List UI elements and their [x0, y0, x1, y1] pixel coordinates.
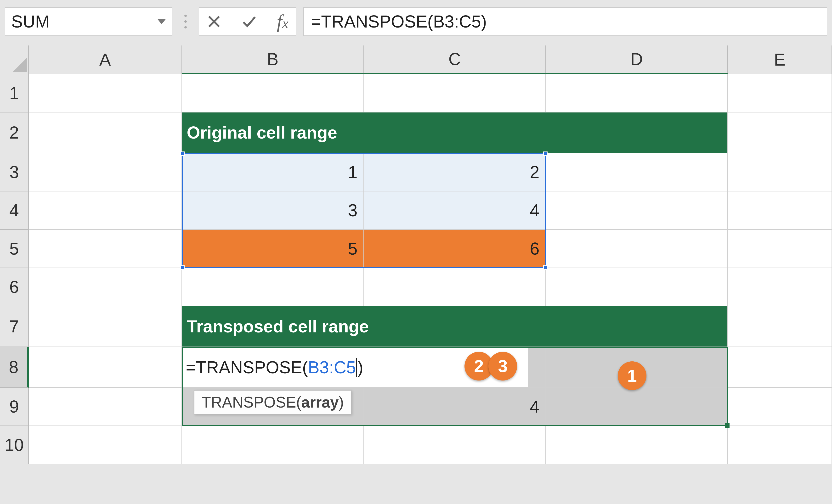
cell-B10[interactable]	[182, 426, 364, 464]
col-header-E[interactable]: E	[728, 46, 832, 74]
cell-B4[interactable]: 3	[182, 191, 364, 230]
cell-C3[interactable]: 2	[364, 153, 546, 191]
cell-A7[interactable]	[29, 306, 182, 347]
fx-icon[interactable]: fx	[277, 11, 288, 32]
row-header-6[interactable]: 6	[0, 268, 29, 306]
cell-D6[interactable]	[546, 268, 728, 306]
col-header-A[interactable]: A	[29, 46, 182, 74]
chevron-down-icon[interactable]	[157, 19, 166, 24]
row-header-3[interactable]: 3	[0, 153, 29, 191]
row-header-5[interactable]: 5	[0, 230, 29, 268]
function-tooltip: TRANSPOSE(array)	[194, 390, 352, 415]
tooltip-func: TRANSPOSE(	[202, 394, 301, 411]
cell-D3[interactable]	[546, 153, 728, 191]
formula-prefix: =TRANSPOSE(	[186, 357, 308, 377]
cell-C10[interactable]	[364, 426, 546, 464]
header-original[interactable]: Original cell range	[182, 112, 728, 153]
cell-D4[interactable]	[546, 191, 728, 230]
row-header-7[interactable]: 7	[0, 306, 29, 347]
col-header-C[interactable]: C	[364, 46, 546, 74]
cell-B1[interactable]	[182, 74, 364, 112]
cell-C9[interactable]: 4	[364, 388, 546, 426]
text-caret	[356, 358, 357, 377]
row-header-2[interactable]: 2	[0, 112, 29, 153]
confirm-icon[interactable]	[241, 14, 258, 29]
row-header-9[interactable]: 9	[0, 388, 29, 426]
cell-E10[interactable]	[728, 426, 832, 464]
name-box[interactable]: SUM	[5, 7, 173, 36]
grip-icon	[184, 15, 187, 28]
formula-reference: B3:C5	[308, 357, 356, 377]
cell-A3[interactable]	[29, 153, 182, 191]
cell-B5[interactable]: 5	[182, 230, 364, 268]
cell-B3[interactable]: 1	[182, 153, 364, 191]
formula-input[interactable]: =TRANSPOSE(B3:C5)	[303, 7, 827, 36]
tooltip-close: )	[339, 394, 344, 411]
row-header-4[interactable]: 4	[0, 191, 29, 230]
name-box-value: SUM	[11, 12, 50, 31]
cell-A4[interactable]	[29, 191, 182, 230]
header-transposed[interactable]: Transposed cell range	[182, 306, 728, 347]
tooltip-arg: array	[301, 394, 339, 411]
cell-E8[interactable]	[728, 347, 832, 388]
col-header-B[interactable]: B	[182, 46, 364, 74]
cell-A10[interactable]	[29, 426, 182, 464]
select-all-corner[interactable]	[0, 46, 29, 74]
cell-D1[interactable]	[546, 74, 728, 112]
cell-D5[interactable]	[546, 230, 728, 268]
cell-E5[interactable]	[728, 230, 832, 268]
cell-C1[interactable]	[364, 74, 546, 112]
row-header-8[interactable]: 8	[0, 347, 29, 388]
cell-E3[interactable]	[728, 153, 832, 191]
cell-E2[interactable]	[728, 112, 832, 153]
cell-E7[interactable]	[728, 306, 832, 347]
formula-controls: fx	[199, 7, 296, 36]
formula-text: =TRANSPOSE(B3:C5)	[311, 12, 487, 31]
cell-E4[interactable]	[728, 191, 832, 230]
formula-bar: SUM fx =TRANSPOSE(B3:C5)	[0, 0, 832, 46]
column-headers: ABCDE	[29, 46, 832, 74]
annotation-badge-1: 1	[618, 361, 646, 390]
cancel-icon[interactable]	[206, 14, 222, 29]
row-header-10[interactable]: 10	[0, 426, 29, 464]
cell-C4[interactable]: 4	[364, 191, 546, 230]
row-header-1[interactable]: 1	[0, 74, 29, 112]
cell-C6[interactable]	[364, 268, 546, 306]
row-headers: 12345678910	[0, 74, 29, 464]
col-header-D[interactable]: D	[546, 46, 728, 74]
cell-A9[interactable]	[29, 388, 182, 426]
annotation-badge-3: 3	[488, 352, 517, 380]
cell-C5[interactable]: 6	[364, 230, 546, 268]
worksheet: ABCDE 12345678910 Original cell range123…	[0, 46, 832, 500]
svg-marker-0	[12, 58, 27, 72]
cell-E9[interactable]	[728, 388, 832, 426]
cell-A2[interactable]	[29, 112, 182, 153]
cell-D10[interactable]	[546, 426, 728, 464]
cell-A5[interactable]	[29, 230, 182, 268]
cell-A1[interactable]	[29, 74, 182, 112]
cell-D9[interactable]	[546, 388, 728, 426]
cell-E1[interactable]	[728, 74, 832, 112]
cell-A8[interactable]	[29, 347, 182, 388]
cell-B6[interactable]	[182, 268, 364, 306]
formula-suffix: )	[358, 357, 363, 377]
cell-A6[interactable]	[29, 268, 182, 306]
cell-E6[interactable]	[728, 268, 832, 306]
